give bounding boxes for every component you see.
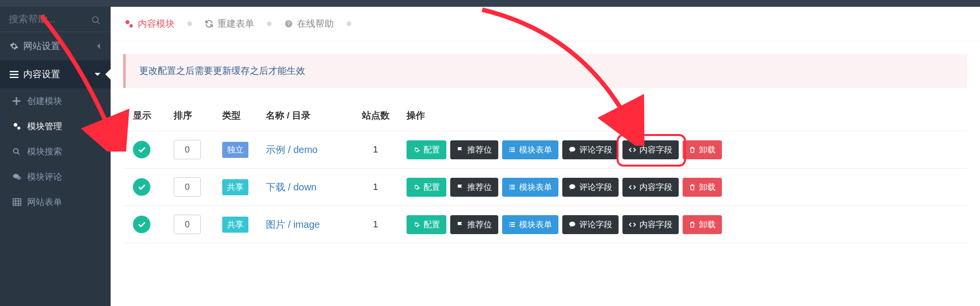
tool-rebuild-form[interactable]: 重建表单 (202, 16, 257, 32)
svg-point-42 (569, 221, 575, 226)
comment-field-button[interactable]: 评论字段 (562, 178, 619, 197)
code-icon (629, 221, 636, 228)
module-form-button[interactable]: 模块表单 (502, 215, 558, 234)
svg-point-35 (569, 184, 575, 189)
content-area: 更改配置之后需要更新缓存之后才能生效 显示 排序 类型 名称 / 目录 站点数 … (111, 41, 980, 243)
config-button[interactable]: 配置 (407, 140, 446, 159)
th-show: 显示 (123, 101, 167, 131)
svg-rect-6 (13, 101, 20, 102)
svg-rect-41 (511, 226, 515, 227)
table-icon (13, 198, 27, 206)
svg-rect-4 (10, 77, 18, 78)
svg-line-10 (17, 153, 19, 154)
content-field-button[interactable]: 内容字段 (622, 178, 679, 197)
comment-icon (569, 184, 576, 191)
svg-rect-39 (511, 224, 515, 225)
site-count: 1 (351, 169, 400, 206)
question-icon: ? (284, 19, 293, 28)
sidebar-item-module-manage[interactable]: 模块管理 (0, 114, 111, 139)
comment-field-button[interactable]: 评论字段 (562, 140, 619, 159)
sort-input[interactable] (174, 177, 201, 197)
list-icon (508, 221, 516, 228)
svg-rect-3 (10, 74, 18, 75)
tool-label: 内容模块 (138, 17, 175, 30)
search-icon[interactable] (91, 16, 101, 25)
alert-text: 更改配置之后需要更新缓存之后才能生效 (139, 66, 305, 76)
flag-icon (457, 184, 464, 191)
svg-rect-31 (509, 187, 510, 187)
comments-icon (13, 173, 27, 181)
uninstall-button[interactable]: 卸载 (683, 215, 722, 234)
svg-rect-29 (509, 185, 510, 186)
site-count: 1 (351, 206, 400, 243)
recommend-button[interactable]: 推荐位 (450, 215, 498, 234)
nav-content-settings[interactable]: 内容设置 (0, 60, 111, 88)
sidebar-item-label: 模块搜索 (27, 146, 62, 157)
th-sites: 站点数 (351, 101, 400, 131)
show-toggle[interactable] (133, 141, 150, 158)
main: 内容模块 重建表单 ? 在线帮助 更改配置之后需要更新缓存之后才能生效 (111, 0, 980, 306)
content-field-button[interactable]: 内容字段 (622, 215, 679, 234)
module-name-link[interactable]: 示例 / demo (266, 144, 318, 155)
uninstall-button[interactable]: 卸载 (683, 140, 722, 159)
svg-rect-25 (511, 149, 515, 150)
th-sort: 排序 (167, 101, 215, 131)
list-icon (508, 184, 516, 191)
svg-point-8 (17, 127, 20, 130)
site-count: 1 (351, 131, 400, 169)
gear-icon (413, 184, 420, 191)
svg-rect-34 (511, 188, 515, 189)
sidebar-item-label: 创建模块 (27, 95, 62, 107)
svg-rect-36 (509, 222, 510, 223)
sidebar-item-create-module[interactable]: 创建模块 (0, 88, 111, 114)
svg-line-1 (98, 22, 100, 24)
type-tag: 独立 (222, 142, 248, 158)
separator-dot (267, 21, 272, 26)
uninstall-button[interactable]: 卸载 (683, 178, 722, 197)
tool-label: 重建表单 (217, 17, 254, 30)
recommend-button[interactable]: 推荐位 (450, 178, 498, 197)
sort-input[interactable] (174, 140, 201, 159)
separator-dot (346, 21, 351, 26)
sidebar: 网站设置 内容设置 创建模块 模块管理 (0, 0, 111, 306)
tool-label: 在线帮助 (297, 17, 334, 30)
gears-icon (13, 122, 27, 131)
module-name-link[interactable]: 下载 / down (266, 182, 316, 192)
sort-input[interactable] (174, 215, 201, 234)
plus-icon (13, 97, 27, 105)
svg-rect-27 (511, 151, 515, 152)
gear-icon (10, 42, 23, 51)
module-name-link[interactable]: 图片 / image (266, 219, 320, 230)
gears-icon (124, 19, 134, 29)
module-form-button[interactable]: 模块表单 (502, 140, 558, 159)
show-toggle[interactable] (133, 178, 150, 196)
trash-icon (689, 146, 696, 153)
type-tag: 共享 (222, 217, 248, 233)
code-icon (629, 146, 636, 153)
svg-rect-38 (509, 224, 510, 225)
svg-rect-26 (509, 151, 510, 152)
nav-site-settings[interactable]: 网站设置 (0, 32, 111, 60)
th-ops: 操作 (400, 101, 967, 131)
svg-point-7 (14, 123, 17, 127)
search-wrap (0, 7, 111, 32)
config-button[interactable]: 配置 (407, 215, 446, 234)
svg-point-0 (93, 17, 98, 23)
sidebar-item-label: 网站表单 (27, 196, 62, 208)
tool-content-module[interactable]: 内容模块 (121, 16, 178, 32)
show-toggle[interactable] (133, 216, 150, 233)
sidebar-item-site-form[interactable]: 网站表单 (0, 189, 111, 215)
list-icon (508, 146, 516, 153)
th-type: 类型 (215, 101, 259, 131)
tool-online-help[interactable]: ? 在线帮助 (281, 16, 337, 32)
sidebar-item-module-comment[interactable]: 模块评论 (0, 164, 111, 189)
comment-field-button[interactable]: 评论字段 (562, 215, 619, 234)
config-button[interactable]: 配置 (407, 178, 446, 197)
sidebar-item-module-search[interactable]: 模块搜索 (0, 139, 111, 164)
recommend-button[interactable]: 推荐位 (450, 140, 498, 159)
nav-label: 内容设置 (23, 68, 94, 81)
search-input[interactable] (9, 14, 86, 25)
module-form-button[interactable]: 模块表单 (502, 178, 558, 197)
content-field-button[interactable]: 内容字段 (622, 140, 679, 159)
svg-point-12 (16, 176, 21, 180)
